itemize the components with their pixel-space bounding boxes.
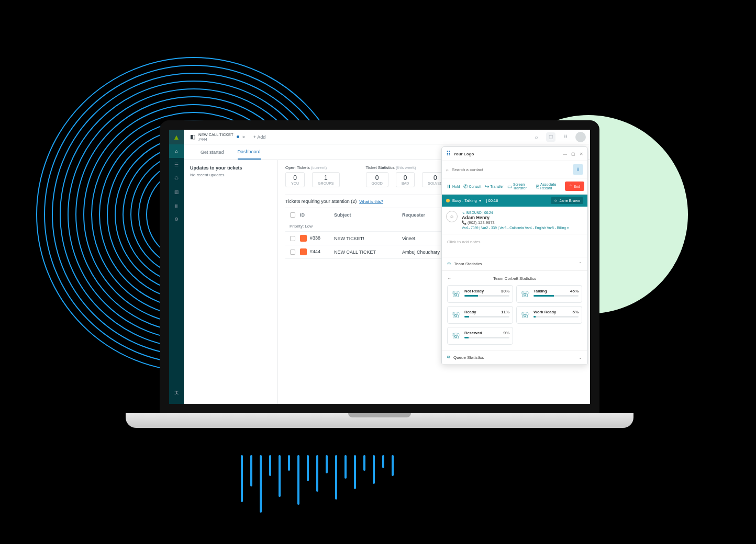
chevron-down-icon[interactable]: ▾: [479, 198, 481, 203]
apps-icon[interactable]: ⠿: [561, 132, 570, 142]
sidebar-reports[interactable]: ⫼: [169, 199, 184, 212]
agent-icon: ☏: [451, 310, 461, 320]
select-all-checkbox[interactable]: [290, 212, 295, 218]
sidebar-admin[interactable]: ⚙: [169, 212, 184, 226]
agent-badge[interactable]: ☺Jane Brown: [551, 197, 583, 204]
caller-avatar: ☺: [446, 211, 458, 222]
team-card-ready: ☏Ready11%: [447, 306, 513, 324]
team-icon: ⚇: [447, 262, 451, 266]
team-card-work-ready: ☏Work Ready5%: [516, 306, 582, 324]
ticket-type-icon: [300, 248, 307, 255]
sidebar-views[interactable]: ☰: [169, 158, 184, 172]
close-icon[interactable]: ✕: [580, 152, 583, 156]
tab-dashboard[interactable]: Dashboard: [238, 149, 261, 160]
sidebar-zendesk-icon[interactable]: ⵋ: [169, 386, 184, 400]
tab-get-started[interactable]: Get started: [201, 150, 224, 155]
cti-panel: ⠿ Your Logo — ▢ ✕ ⌕ ⠿ ⏸Hold ✆Consult ↪Tr…: [441, 146, 588, 365]
team-stats-body: ← Team Corbett Statistics ☏Not Ready30% …: [442, 271, 587, 350]
ticket-tab[interactable]: ◧ NEW CALL TICKET #444 ×: [190, 132, 245, 142]
team-card-not-ready: ☏Not Ready30%: [447, 285, 513, 303]
top-bar: ▲ ◧ NEW CALL TICKET #444 × + Add ⌕ ⬚ ⠿: [169, 130, 590, 144]
queue-stats-toggle[interactable]: ⧉ Queue Statistics ⌄: [442, 350, 587, 365]
stat-groups[interactable]: 1GROUPS: [312, 172, 339, 187]
package-icon[interactable]: ⬚: [546, 132, 555, 142]
updates-column: Updates to your tickets No recent update…: [184, 160, 278, 404]
agent-icon: ☏: [451, 331, 461, 341]
stat-bad[interactable]: 0BAD: [396, 172, 415, 187]
chevron-up-icon: ⌃: [579, 262, 582, 266]
notes-input[interactable]: Click to add notes: [442, 234, 587, 257]
call-status-bar: Busy - Talking ▾ | 00:16 ☺Jane Brown: [442, 195, 587, 207]
screen-transfer-button[interactable]: ▭Screen Transfer: [506, 182, 533, 191]
brand-logo[interactable]: ▲: [169, 130, 184, 144]
agent-icon: ☏: [451, 289, 461, 299]
search-icon: ⌕: [446, 167, 449, 172]
panel-logo-icon: ⠿: [446, 150, 451, 157]
team-stats-toggle[interactable]: ⚇ Team Statistics ⌃: [442, 257, 587, 271]
sidebar-org[interactable]: ▥: [169, 185, 184, 199]
ticket-title: NEW CALL TICKET: [198, 132, 234, 137]
sidebar: ⌂ ☰ ⚇ ▥ ⫼ ⚙ ⵋ: [169, 144, 184, 404]
row-checkbox[interactable]: [290, 250, 295, 255]
consult-button[interactable]: ✆Consult: [462, 182, 482, 191]
associate-record-button[interactable]: ⎘Associate Record: [535, 182, 563, 191]
sidebar-home[interactable]: ⌂: [169, 144, 184, 158]
open-tickets-group: Open Tickets (current) 0YOU 1GROUPS: [285, 165, 340, 187]
end-call-button[interactable]: ⌃End: [565, 182, 584, 191]
search-icon[interactable]: ⌕: [531, 132, 541, 142]
queue-icon: ⧉: [447, 355, 450, 360]
decor-bars: [241, 455, 394, 513]
caller-card: ☺ ↘ INBOUND | 00:24 Adam Henry 📞 (902)-1…: [442, 207, 587, 234]
user-icon: ☺: [554, 198, 558, 203]
close-icon[interactable]: ×: [242, 134, 245, 140]
ticket-id: #444: [198, 137, 234, 142]
what-is-this-link[interactable]: What is this?: [359, 199, 383, 204]
agent-icon: ☏: [520, 289, 530, 299]
updates-title: Updates to your tickets: [190, 165, 271, 171]
status-indicator: [446, 199, 450, 202]
dialpad-button[interactable]: ⠿: [573, 164, 583, 175]
transfer-button[interactable]: ↪Transfer: [484, 182, 505, 191]
popout-icon[interactable]: ▢: [571, 152, 575, 156]
stat-you[interactable]: 0YOU: [285, 172, 305, 187]
row-checkbox[interactable]: [290, 236, 295, 241]
team-card-talking: ☏Talking45%: [516, 285, 582, 303]
team-card-reserved: ☏Reserved9%: [447, 327, 513, 345]
status-dot: [237, 135, 239, 138]
panel-logo-text: Your Logo: [453, 152, 474, 156]
chevron-down-icon: ⌄: [579, 355, 582, 360]
updates-empty: No recent updates.: [190, 173, 271, 177]
hold-button[interactable]: ⏸Hold: [445, 182, 461, 191]
back-icon[interactable]: ←: [447, 276, 451, 281]
minimize-icon[interactable]: —: [563, 152, 567, 156]
avatar[interactable]: [575, 132, 586, 142]
contact-search-input[interactable]: [452, 167, 570, 172]
sidebar-customers[interactable]: ⚇: [169, 172, 184, 185]
ticket-stats-group: Ticket Statistics (this week) 0GOOD 0BAD…: [366, 165, 449, 187]
agent-icon: ☏: [520, 310, 530, 320]
add-button[interactable]: + Add: [253, 134, 265, 140]
stat-good[interactable]: 0GOOD: [366, 172, 388, 187]
ticket-type-icon: [300, 235, 307, 242]
